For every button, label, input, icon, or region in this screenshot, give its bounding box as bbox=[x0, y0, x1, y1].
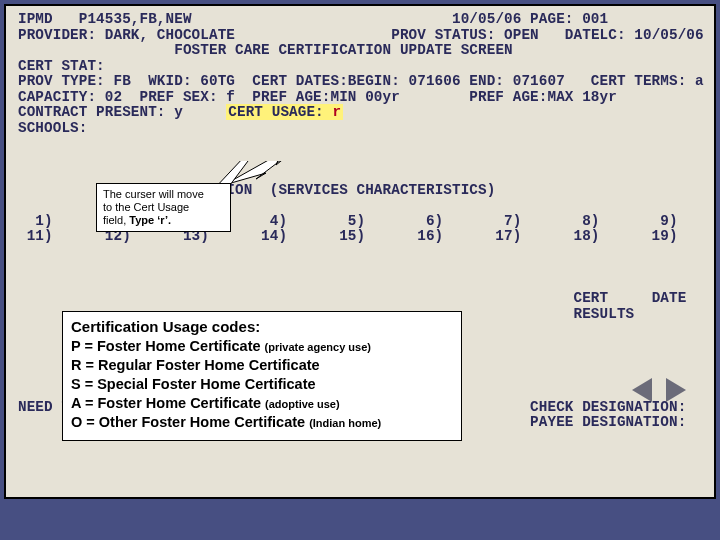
col-cert: CERT bbox=[574, 290, 609, 306]
hdr-cmd: IPMD P14535,FB,NEW bbox=[18, 11, 192, 27]
prev-slide-button[interactable] bbox=[632, 378, 652, 402]
schools-row: SCHOOLS: bbox=[18, 121, 714, 137]
code-row-a: A = Foster Home Certificate (adoptive us… bbox=[71, 394, 453, 413]
col-results: RESULTS bbox=[574, 306, 635, 322]
hdr-provider: PROVIDER: DARK, CHOCOLATE bbox=[18, 27, 235, 43]
screen-title: FOSTER CARE CERTIFICATION UPDATE SCREEN bbox=[174, 42, 513, 58]
hdr-date-page: 10/05/06 PAGE: 001 bbox=[452, 11, 608, 27]
cert-stat-row: CERT STAT: bbox=[18, 59, 714, 75]
cert-usage-field[interactable]: CERT USAGE: r bbox=[226, 104, 343, 120]
code-row-p: P = Foster Home Certificate (private age… bbox=[71, 337, 453, 356]
code-row-o: O = Other Foster Home Certificate (India… bbox=[71, 413, 453, 432]
slide-nav bbox=[632, 378, 686, 402]
codes-title: Certification Usage codes: bbox=[71, 318, 453, 335]
terminal-frame: IPMD P14535,FB,NEW 10/05/06 PAGE: 001 PR… bbox=[4, 4, 716, 499]
col-date: DATE bbox=[652, 290, 687, 306]
prov-type-row: PROV TYPE: FB WKID: 60TG CERT DATES:BEGI… bbox=[18, 74, 714, 90]
hdr-status: PROV STATUS: OPEN bbox=[391, 27, 539, 43]
payee-designation: PAYEE DESIGNATION: bbox=[530, 414, 686, 430]
contract-present: CONTRACT PRESENT: y bbox=[18, 104, 183, 120]
specialization-header: SPECIALIZATION (SERVICES CHARACTERISTICS… bbox=[131, 182, 496, 198]
code-row-r: R = Regular Foster Home Certificate bbox=[71, 356, 453, 375]
usage-codes-box: Certification Usage codes: P = Foster Ho… bbox=[62, 311, 462, 441]
number-row-2: 11) 12) 13) 14) 15) 16) 17) 18) 19) 20) bbox=[18, 229, 714, 245]
number-row-1: 1) 2) 3) 4) 5) 6) 7) 8) 9) 10) bbox=[18, 214, 714, 230]
hdr-datelc: DATELC: 10/05/06 bbox=[565, 27, 704, 43]
capacity-row: CAPACITY: 02 PREF SEX: f PREF AGE:MIN 00… bbox=[18, 90, 714, 106]
next-slide-button[interactable] bbox=[666, 378, 686, 402]
slide-root: IPMD P14535,FB,NEW 10/05/06 PAGE: 001 PR… bbox=[0, 0, 720, 540]
code-row-s: S = Special Foster Home Certificate bbox=[71, 375, 453, 394]
